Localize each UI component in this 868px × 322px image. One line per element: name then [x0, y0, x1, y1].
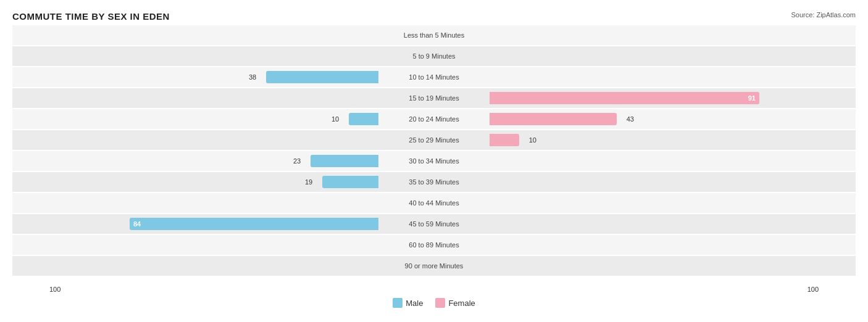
chart-row: 60 to 89 Minutes [12, 235, 856, 255]
male-side: 10 [12, 113, 378, 125]
male-side: 38 [12, 71, 378, 83]
row-label: 15 to 19 Minutes [378, 94, 490, 102]
legend-male-box [393, 298, 403, 308]
female-side [490, 71, 856, 83]
male-bar: 23 [311, 155, 378, 167]
male-side: 23 [12, 155, 378, 167]
female-side: 43 [490, 113, 856, 125]
male-side [12, 29, 378, 41]
chart-row: 90 or more Minutes [12, 256, 856, 276]
row-label: 5 to 9 Minutes [378, 52, 490, 60]
male-side [12, 239, 378, 251]
female-bar: 91 [490, 92, 759, 104]
female-side [490, 218, 856, 230]
male-side: 19 [12, 176, 378, 188]
chart-row: 23 30 to 34 Minutes [12, 151, 856, 171]
male-bar: 19 [322, 176, 378, 188]
male-value: 84 [133, 220, 141, 228]
axis-left: 100 [49, 286, 61, 293]
female-bar: 43 [490, 113, 617, 125]
legend-female-label: Female [448, 299, 475, 308]
male-value: 19 [305, 178, 312, 186]
chart-row: 5 to 9 Minutes [12, 46, 856, 66]
axis-right: 100 [807, 286, 819, 293]
female-value: 10 [529, 136, 536, 144]
male-bar: 38 [266, 71, 378, 83]
male-side [12, 260, 378, 272]
legend-male: Male [393, 298, 423, 308]
male-side [12, 197, 378, 209]
legend-female-box [435, 298, 445, 308]
row-label: 40 to 44 Minutes [378, 199, 490, 207]
chart-source: Source: ZipAtlas.com [791, 11, 856, 19]
row-label: Less than 5 Minutes [378, 31, 490, 39]
male-side [12, 134, 378, 146]
male-value: 38 [249, 73, 256, 81]
female-bar: 10 [490, 134, 519, 146]
male-bar: 84 [130, 218, 378, 230]
female-side [490, 176, 856, 188]
row-label: 60 to 89 Minutes [378, 241, 490, 249]
female-side [490, 260, 856, 272]
row-label: 25 to 29 Minutes [378, 136, 490, 144]
male-side [12, 92, 378, 104]
female-side [490, 239, 856, 251]
legend-female: Female [435, 298, 475, 308]
row-label: 35 to 39 Minutes [378, 178, 490, 186]
chart-row: 25 to 29 Minutes 10 [12, 130, 856, 150]
row-label: 90 or more Minutes [378, 262, 490, 270]
male-value: 10 [332, 115, 339, 123]
row-label: 10 to 14 Minutes [378, 73, 490, 81]
female-value: 43 [627, 115, 634, 123]
chart-row: 40 to 44 Minutes [12, 193, 856, 213]
row-label: 20 to 24 Minutes [378, 115, 490, 123]
male-value: 23 [293, 157, 301, 165]
female-side [490, 29, 856, 41]
chart-row: 84 45 to 59 Minutes [12, 214, 856, 234]
axis-labels: 100 100 [12, 286, 856, 293]
chart-row: 38 10 to 14 Minutes [12, 67, 856, 87]
male-side: 84 [12, 218, 378, 230]
female-side: 10 [490, 134, 856, 146]
male-side [12, 50, 378, 62]
female-side [490, 50, 856, 62]
chart-row: 10 20 to 24 Minutes 43 [12, 109, 856, 129]
chart-container: COMMUTE TIME BY SEX IN EDEN Source: ZipA… [0, 0, 868, 322]
male-bar: 10 [349, 113, 378, 125]
chart-area: Less than 5 Minutes 5 to 9 Minutes [12, 25, 856, 284]
female-side [490, 197, 856, 209]
female-side: 91 [490, 92, 856, 104]
row-label: 45 to 59 Minutes [378, 220, 490, 228]
row-label: 30 to 34 Minutes [378, 157, 490, 165]
legend-male-label: Male [406, 299, 423, 308]
female-value: 91 [748, 94, 756, 102]
chart-row: 15 to 19 Minutes 91 [12, 88, 856, 108]
chart-row: Less than 5 Minutes [12, 25, 856, 45]
chart-title: COMMUTE TIME BY SEX IN EDEN [12, 11, 856, 22]
legend: Male Female [12, 298, 856, 308]
female-side [490, 155, 856, 167]
chart-row: 19 35 to 39 Minutes [12, 172, 856, 192]
